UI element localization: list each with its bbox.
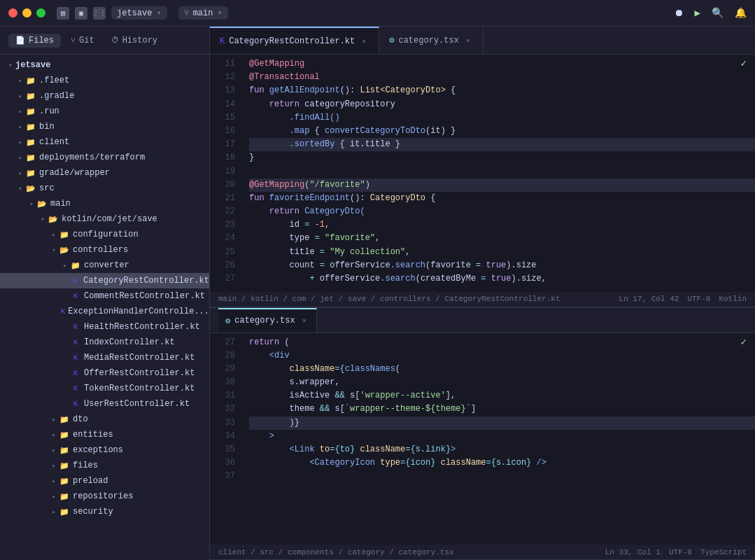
list-item[interactable]: ▸ 📁 exceptions <box>0 442 209 458</box>
list-item[interactable]: ▸ 📁 .fleet <box>0 73 209 88</box>
list-item[interactable]: K UserRestController.kt <box>0 396 209 412</box>
tab-close-button[interactable]: ✕ <box>359 36 369 46</box>
list-item[interactable]: ▾ 📂 kotlin/com/jet/save <box>0 211 209 227</box>
list-item[interactable]: ▸ 📁 converter <box>0 258 209 273</box>
tab-close-button[interactable]: ✕ <box>463 36 473 46</box>
list-item[interactable]: ▾ 📂 src <box>0 181 209 196</box>
recording-icon[interactable]: ⏺ <box>674 8 684 19</box>
panel-toggle-icon[interactable]: ▣ <box>75 7 87 20</box>
titlebar: ▤ ▣ ⋮⋮ jetsave ▾ ⑂ main ▾ ⏺ ▶ 🔍 🔔 <box>0 0 755 27</box>
list-item[interactable]: K ExceptionHandlerControlle... <box>0 304 209 319</box>
list-item[interactable]: ▸ 📁 configuration <box>0 227 209 242</box>
editor-tab-bar: K CategoryRestController.kt ✕ ⚙ category… <box>210 27 755 55</box>
code-line: fun getAllEndpoint(): List<CategoryDto> … <box>249 84 755 97</box>
minimize-button[interactable] <box>22 8 31 18</box>
code-line: @GetMapping("/favorite") <box>249 178 755 192</box>
titlebar-actions: ⏺ ▶ 🔍 🔔 <box>674 7 747 19</box>
folder-icon: 📂 <box>36 200 48 209</box>
tab-category-tsx[interactable]: ⚙ category.tsx ✕ <box>379 27 484 54</box>
history-icon: ⏱ <box>111 36 119 45</box>
list-item[interactable]: K OfferRestController.kt <box>0 365 209 381</box>
list-item[interactable]: K HealthRestController.kt <box>0 319 209 335</box>
chevron-down-icon: ▾ <box>27 200 36 208</box>
code-area-tsx[interactable]: ✓ 2728293031 3233343536 37 return ( <div… <box>210 333 755 545</box>
folder-icon: 📁 <box>25 92 36 101</box>
branch-icon: ⑂ <box>184 8 189 18</box>
code-line: fun favoriteEndpoint(): CategoryDto { <box>249 192 755 205</box>
sidebar-toggle-icon[interactable]: ▤ <box>57 7 69 20</box>
list-item[interactable]: K CategoryRestController.kt <box>0 273 209 288</box>
sidebar-tab-history[interactable]: ⏱ History <box>104 34 164 48</box>
tab-category-rest-controller[interactable]: K CategoryRestController.kt ✕ <box>210 27 379 54</box>
kotlin-file-icon: K <box>70 292 81 300</box>
list-item[interactable]: ▸ 📁 files <box>0 458 209 473</box>
chevron-right-icon: ▸ <box>49 477 59 485</box>
search-icon[interactable]: 🔍 <box>712 7 724 19</box>
code-line: <div <box>249 349 755 363</box>
sidebar: 📄 Files ⑂ Git ⏱ History ▾ jetsave ▸ 📁 <box>0 27 210 560</box>
files-tab-label: Files <box>29 36 54 46</box>
notifications-icon[interactable]: 🔔 <box>735 7 747 19</box>
kotlin-file-icon: K <box>61 307 66 316</box>
sidebar-tab-git[interactable]: ⑂ Git <box>64 34 101 48</box>
list-item[interactable]: ▸ 📁 .run <box>0 104 209 119</box>
folder-icon: 📁 <box>70 261 81 270</box>
list-item[interactable]: K IndexController.kt <box>0 335 209 350</box>
pane2-active-tab[interactable]: ⚙ category.tsx ✕ <box>218 308 317 332</box>
list-item[interactable]: ▸ 📁 entities <box>0 427 209 442</box>
list-item[interactable]: ▸ 📁 dto <box>0 412 209 427</box>
branch-selector[interactable]: ⑂ main ▾ <box>178 6 228 20</box>
list-item[interactable]: ▸ 📁 bin <box>0 119 209 134</box>
tsx-pane2-icon: ⚙ <box>225 316 230 326</box>
list-item[interactable]: ▸ 📁 gradle/wrapper <box>0 165 209 181</box>
list-item[interactable]: ▸ 📁 repositories <box>0 489 209 504</box>
list-item[interactable]: ▸ 📁 client <box>0 134 209 150</box>
list-item[interactable]: ▸ 📁 security <box>0 504 209 519</box>
list-item[interactable]: K MediaRestController.kt <box>0 350 209 365</box>
list-item[interactable]: ▸ 📁 preload <box>0 473 209 489</box>
history-tab-label: History <box>122 36 157 46</box>
chevron-right-icon: ▸ <box>15 154 25 162</box>
folder-icon: 📁 <box>59 446 70 455</box>
code-line: isActive && s['wrapper--active'], <box>249 389 755 402</box>
code-content-tsx[interactable]: return ( <div className={classNames( s.w… <box>241 333 755 545</box>
folder-icon: 📂 <box>48 215 59 224</box>
folder-icon: 📁 <box>59 477 70 486</box>
chevron-right-icon: ▸ <box>15 77 25 85</box>
code-content-kt[interactable]: @GetMapping @Transactional fun getAllEnd… <box>241 55 755 292</box>
list-item[interactable]: K CommentRestController.kt <box>0 288 209 304</box>
sidebar-tab-files[interactable]: 📄 Files <box>8 34 61 48</box>
tree-root[interactable]: ▾ jetsave <box>0 57 209 73</box>
folder-icon: 📁 <box>25 107 36 116</box>
editor-pane-tsx: ⚙ category.tsx ✕ ✓ 2728293031 3233343536… <box>210 308 755 561</box>
chevron-right-icon: ▸ <box>49 462 59 470</box>
code-line: return ( <box>249 336 755 349</box>
maximize-button[interactable] <box>36 8 45 18</box>
code-line: + offerService.search(createdByMe = true… <box>249 272 755 286</box>
code-line: <Link to={to} className={s.link}> <box>249 443 755 456</box>
kotlin-file-icon: K <box>70 384 81 393</box>
project-name[interactable]: jetsave ▾ <box>111 6 167 20</box>
list-item[interactable]: ▾ 📂 main <box>0 196 209 211</box>
folder-icon: 📁 <box>59 492 70 501</box>
list-item[interactable]: K TokenRestController.kt <box>0 381 209 396</box>
language-tsx: TypeScript <box>700 548 747 556</box>
code-line <box>249 470 755 483</box>
breadcrumb-text: client / src / components / category / c… <box>218 548 454 556</box>
run-icon[interactable]: ▶ <box>695 7 700 19</box>
code-line: <CategoryIcon type={icon} className={s.i… <box>249 456 755 470</box>
code-line: .map { convertCategoryToDto(it) } <box>249 125 755 138</box>
code-line: title = "My collection", <box>249 246 755 259</box>
list-item[interactable]: ▸ 📁 .gradle <box>0 88 209 104</box>
code-line: return CategoryDto( <box>249 205 755 218</box>
list-item[interactable]: ▸ 📁 deployments/terraform <box>0 150 209 165</box>
code-area-kt[interactable]: ✓ 1112131415 1617181920 2122232425 2627 … <box>210 55 755 292</box>
branch-label: main <box>193 8 213 18</box>
code-line: > <box>249 430 755 443</box>
list-item[interactable]: ▾ 📂 controllers <box>0 242 209 258</box>
code-line: s.wrapper, <box>249 376 755 389</box>
tab-label: CategoryRestController.kt <box>229 36 355 46</box>
close-button[interactable] <box>8 8 17 18</box>
pane2-tab-close[interactable]: ✕ <box>299 316 309 326</box>
layout-icon[interactable]: ⋮⋮ <box>93 7 106 20</box>
